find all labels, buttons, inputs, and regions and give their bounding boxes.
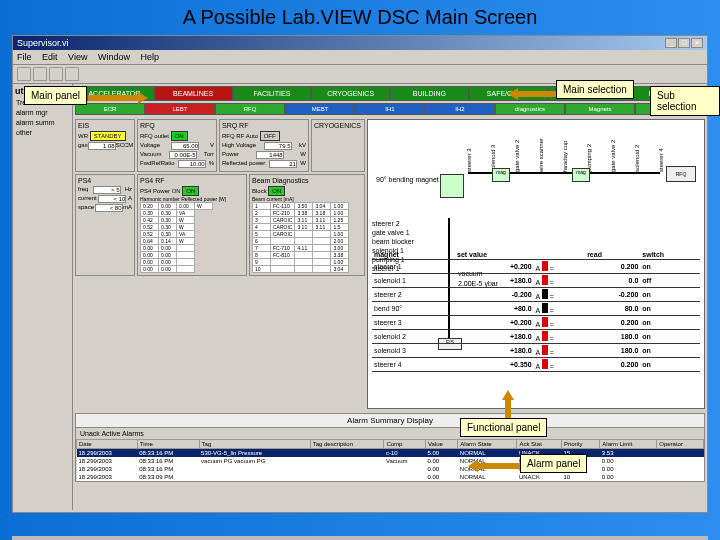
alarm-row[interactable]: 18.299/200308:33:16 PM530-VG-5_lin Press… xyxy=(77,449,704,458)
sub-tab[interactable]: RFQ xyxy=(215,103,285,115)
sub-tab[interactable]: diagnostics xyxy=(495,103,565,115)
toolbar-btn[interactable] xyxy=(33,67,47,81)
device-table: magnetset valuereadswitchsteerer 1+0.200… xyxy=(372,250,700,372)
svg-marker-6 xyxy=(468,460,478,472)
eis-status[interactable]: STANDBY xyxy=(90,131,126,141)
toolbar-btn[interactable] xyxy=(17,67,31,81)
sub-tab[interactable]: IH1 xyxy=(355,103,425,115)
device-row[interactable]: bend 90°+80.0A =80.0on xyxy=(372,302,700,316)
value-input[interactable] xyxy=(178,160,206,168)
main-tab[interactable]: FACILITIES xyxy=(233,86,312,101)
label: RFQ RF Auto xyxy=(222,133,258,139)
beamline-label: steerer 2 xyxy=(372,220,414,227)
rfq-panel: RFQ RFQ outlet ON VoltageVVacuumTorrFwdR… xyxy=(137,119,217,172)
sidebar-item[interactable]: alarm summ xyxy=(15,118,70,127)
value-input[interactable] xyxy=(169,151,197,159)
callout-main-panel: Main panel xyxy=(24,86,87,105)
label: RFQ outlet xyxy=(140,133,169,139)
sub-tab[interactable]: MEBT xyxy=(285,103,355,115)
srq-status[interactable]: OFF xyxy=(260,131,280,141)
beamline-label: gate valve 2 xyxy=(514,140,520,172)
max-button[interactable]: □ xyxy=(678,38,690,48)
sub-tabs: ECRLEBTRFQMEBTIH1IH2diagnosticsMagnetsva… xyxy=(75,103,705,115)
slide-title: A Possible Lab.VIEW DSC Main Screen xyxy=(0,0,720,35)
panel-title: CRYOGENICS xyxy=(314,122,362,129)
callout-main-selection: Main selection xyxy=(556,80,634,99)
menu-view[interactable]: View xyxy=(68,52,87,62)
beamline-label: steerer 4 xyxy=(658,148,664,172)
svg-marker-2 xyxy=(508,88,518,100)
menu-edit[interactable]: Edit xyxy=(42,52,58,62)
note: Harmonic number Reflected power [W] xyxy=(140,196,244,202)
panel-title: Beam Diagnostics xyxy=(252,177,362,184)
menubar: File Edit View Window Help xyxy=(13,50,707,65)
close-button[interactable]: × xyxy=(691,38,703,48)
beamline-label: wire scanner xyxy=(538,138,544,172)
value-input[interactable] xyxy=(98,195,126,203)
main-tab[interactable]: CRYOGENICS xyxy=(311,86,390,101)
callout-alarm-panel: Alarm panel xyxy=(520,454,587,473)
magnet-box[interactable]: mag xyxy=(492,168,510,182)
device-row[interactable]: solenoid 1+180.0A =0.0off xyxy=(372,274,700,288)
toolbar-btn[interactable] xyxy=(65,67,79,81)
menu-window[interactable]: Window xyxy=(98,52,130,62)
panel-title: PS4 RF xyxy=(140,177,244,184)
sub-tab[interactable]: IH2 xyxy=(425,103,495,115)
beamline-label: gate valve 2 xyxy=(610,140,616,172)
value-input[interactable] xyxy=(95,204,123,212)
ps4rf-status[interactable]: ON xyxy=(182,186,199,196)
value-input[interactable] xyxy=(256,151,284,159)
magnet-box[interactable]: mag xyxy=(572,168,590,182)
alarm-title: Alarm Summary Display xyxy=(76,414,704,428)
rfq-status[interactable]: ON xyxy=(171,131,188,141)
beam-status[interactable]: ON xyxy=(268,186,285,196)
ps4rf-panel: PS4 RF PS4 Power ON ON Harmonic number R… xyxy=(137,174,247,276)
sidebar-item[interactable]: alarm mgr xyxy=(15,108,70,117)
bend-label: 90° bending magnet xyxy=(376,176,439,183)
beamline-label: faraday cup xyxy=(562,141,568,172)
panel-title: PS4 xyxy=(78,177,132,184)
beamline-label: steerer 3 xyxy=(466,148,472,172)
device-row[interactable]: steerer 1+0.200A =0.200on xyxy=(372,260,700,274)
main-tab[interactable]: BUILDING xyxy=(390,86,469,101)
callout-functional-panel: Functional panel xyxy=(460,418,547,437)
menu-file[interactable]: File xyxy=(17,52,32,62)
unit: SCCM xyxy=(116,142,134,150)
rfq-box[interactable]: RFQ xyxy=(666,166,696,182)
alarm-row[interactable]: 18.299/200308:33:16 PM0.00NORMALUNACK50.… xyxy=(77,465,704,473)
eis-gas-input[interactable] xyxy=(88,142,116,150)
svg-marker-5 xyxy=(502,390,514,400)
label: Block xyxy=(252,188,267,194)
panel-title: EIS xyxy=(78,122,132,129)
menu-help[interactable]: Help xyxy=(140,52,159,62)
min-button[interactable]: _ xyxy=(665,38,677,48)
ps4rf-table: 0.200.000.00W0.300.30VA0.420.30W0.520.30… xyxy=(140,202,213,273)
value-input[interactable] xyxy=(269,160,297,168)
value-input[interactable] xyxy=(264,142,292,150)
alarm-toolbar: Unack Active Alarms xyxy=(76,428,704,439)
ps4-panel: PS4 freqHzcurrentAspacemA xyxy=(75,174,135,276)
beamline-label: solenoid 2 xyxy=(634,145,640,172)
device-row[interactable]: steerer 3+0.200A =0.200on xyxy=(372,316,700,330)
beamline-label: beam blocker xyxy=(372,238,414,245)
value-input[interactable] xyxy=(171,142,199,150)
sub-tab[interactable]: LEBT xyxy=(145,103,215,115)
main-tab[interactable]: BEAMLINES xyxy=(154,86,233,101)
sidebar: utilities Trend alarm mgr alarm summ oth… xyxy=(13,84,73,510)
device-row[interactable]: solenoid 3+180.0A =180.0on xyxy=(372,344,700,358)
toolbar-btn[interactable] xyxy=(49,67,63,81)
alarm-row[interactable]: 18.299/200308:33:09 PM0.00NORMALUNACK100… xyxy=(77,473,704,481)
sub-tab[interactable]: Magnets xyxy=(565,103,635,115)
value-input[interactable] xyxy=(93,186,121,194)
alarm-panel: Alarm Summary Display Unack Active Alarm… xyxy=(75,413,705,482)
device-row[interactable]: solenoid 2+180.0A =180.0on xyxy=(372,330,700,344)
beamline-schematic: steerer 3solenoid 3gate valve 2wire scan… xyxy=(367,119,705,409)
device-row[interactable]: steerer 2-0.200A =-0.200on xyxy=(372,288,700,302)
panel-title: SRQ RF xyxy=(222,122,306,129)
bend-magnet-icon[interactable] xyxy=(440,174,464,198)
svg-marker-1 xyxy=(138,92,148,104)
alarm-row[interactable]: 18.299/200308:33:16 PMvacuum PG vacuum P… xyxy=(77,457,704,465)
device-row[interactable]: steerer 4+0.350A =0.200on xyxy=(372,358,700,372)
label: gas xyxy=(78,142,88,150)
sidebar-item[interactable]: other xyxy=(15,128,70,137)
